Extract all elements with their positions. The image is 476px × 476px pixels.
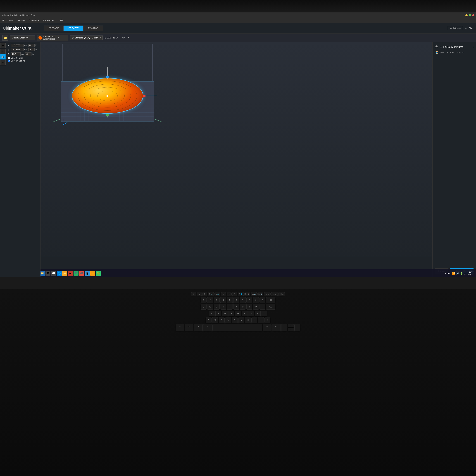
key-y[interactable]: Y	[233, 304, 239, 310]
fn-key-12[interactable]: f12 🔊	[257, 292, 263, 296]
key-comma[interactable]: ,	[251, 317, 257, 323]
key-p[interactable]: P	[259, 304, 265, 310]
key-slash[interactable]: /	[264, 317, 270, 323]
key-v[interactable]: V	[225, 317, 231, 323]
fn-key-5[interactable]: f5 📺	[215, 292, 221, 296]
tab-prepare[interactable]: PREPARE	[44, 26, 64, 31]
alt-key[interactable]: alt	[203, 324, 212, 331]
taskbar-icon-app4[interactable]: 🎮	[79, 271, 84, 276]
key-n[interactable]: N	[238, 317, 244, 323]
viewport[interactable]: ⏱ 18 hours 37 minutes ℹ 🧵 154g · 51.47m …	[40, 42, 476, 277]
menu-preferences[interactable]: Preferences	[42, 19, 55, 22]
wifi-icon[interactable]: 📶	[452, 272, 455, 275]
key-5[interactable]: 5	[227, 297, 233, 303]
x-percent-input[interactable]	[28, 44, 34, 47]
key-g[interactable]: G	[235, 311, 241, 316]
menu-help[interactable]: Help	[58, 19, 64, 22]
fn-key-6[interactable]: f6	[221, 292, 226, 296]
scale-handle-center[interactable]	[106, 95, 108, 97]
printer-selector[interactable]: Creality Ender-3 ▾	[10, 35, 35, 40]
close-button[interactable]	[472, 14, 475, 16]
key-z[interactable]: Z	[206, 317, 212, 323]
key-h[interactable]: H	[242, 311, 248, 316]
key-backspace-right[interactable]: ⌫	[266, 304, 275, 310]
scale-handle-bottom[interactable]	[106, 114, 109, 116]
key-6[interactable]: 6	[233, 297, 239, 303]
sign-in-button[interactable]: Sign	[469, 27, 473, 29]
fn-key-9[interactable]: f9 🌐	[238, 292, 244, 296]
taskbar-icon-explorer[interactable]: 📁	[40, 271, 45, 276]
prt-sc-key[interactable]: prt sc	[264, 292, 271, 296]
key-w[interactable]: W	[207, 304, 213, 310]
arrow-right-key[interactable]: →	[294, 324, 300, 331]
key-backspace[interactable]: ⌫	[266, 297, 275, 303]
maximize-button[interactable]	[469, 14, 471, 16]
fn-key-10[interactable]: f10 🔇	[244, 292, 250, 296]
key-f[interactable]: F	[228, 311, 234, 316]
fn-key-3[interactable]: f3	[202, 292, 207, 296]
arrow-up-key[interactable]: ↑	[288, 324, 294, 327]
z-percent-input[interactable]	[25, 52, 32, 56]
arrow-down-key[interactable]: ↓	[288, 328, 294, 331]
move-tool-button[interactable]: ✥	[0, 43, 6, 48]
key-x[interactable]: X	[212, 317, 218, 323]
key-d[interactable]: D	[222, 311, 228, 316]
taskbar-icon-app1[interactable]: 🖥	[46, 271, 51, 276]
taskbar-icon-app3[interactable]: 🎵	[73, 271, 79, 276]
key-1[interactable]: 1	[201, 297, 206, 303]
z-value-input[interactable]	[11, 52, 20, 56]
mirror-tool-button[interactable]: ⇔	[0, 60, 6, 65]
shield-object[interactable]	[72, 78, 143, 114]
taskbar-icon-app7[interactable]: 🟢	[96, 271, 101, 276]
menu-settings[interactable]: Settings	[17, 19, 26, 22]
taskbar-icon-app2[interactable]: ▶	[68, 271, 73, 276]
volume-icon[interactable]: 🔊	[456, 272, 459, 275]
scale-handle-right[interactable]	[143, 95, 145, 97]
key-s[interactable]: S	[215, 311, 221, 316]
info-icon[interactable]: ℹ	[473, 46, 474, 49]
tray-arrow-icon[interactable]: ∧	[444, 272, 446, 275]
fn-key-4[interactable]: f4 📷	[208, 292, 214, 296]
key-e[interactable]: E	[214, 304, 220, 310]
key-9[interactable]: 9	[253, 297, 259, 303]
taskbar-icon-edge[interactable]: 🌐	[57, 271, 62, 276]
y-percent-input[interactable]	[28, 48, 34, 51]
key-o[interactable]: O	[253, 304, 259, 310]
key-7[interactable]: 7	[240, 297, 246, 303]
key-4[interactable]: 4	[220, 297, 226, 303]
space-key[interactable]	[212, 324, 262, 331]
scale-tool-button[interactable]: ⤢	[0, 49, 6, 54]
taskbar-icon-files[interactable]: 📂	[62, 271, 67, 276]
key-t[interactable]: T	[227, 304, 233, 310]
fn-key-11[interactable]: f11 🔉	[251, 292, 257, 296]
insert-key[interactable]: insert	[271, 292, 278, 296]
fn-key-1[interactable]: f1	[191, 292, 196, 296]
key-b[interactable]: B	[232, 317, 238, 323]
key-8[interactable]: 8	[246, 297, 252, 303]
taskbar-icon-app6[interactable]: ⚡	[90, 271, 95, 276]
key-k[interactable]: K	[255, 311, 261, 316]
fn-key[interactable]: fn	[185, 324, 193, 331]
ctrl-right-key[interactable]: ctrl	[272, 324, 281, 331]
key-i[interactable]: I	[246, 304, 252, 310]
open-folder-button[interactable]: 📁	[2, 35, 8, 41]
win-key[interactable]: ⊞	[194, 324, 203, 331]
taskbar-icon-app5[interactable]: 📱	[85, 271, 90, 276]
delete-key[interactable]: delete	[278, 292, 285, 296]
y-value-input[interactable]	[11, 48, 24, 51]
menu-extensions[interactable]: Extensions	[28, 19, 40, 22]
fn-key-8[interactable]: f8	[232, 292, 237, 296]
key-l[interactable]: L	[261, 311, 267, 316]
key-a[interactable]: A	[209, 311, 215, 316]
key-2[interactable]: 2	[207, 297, 213, 303]
key-j[interactable]: J	[248, 311, 254, 316]
key-c[interactable]: C	[219, 317, 225, 323]
menu-edit[interactable]: dit	[1, 19, 5, 22]
ctrl-key[interactable]: ctrl	[176, 324, 184, 331]
key-0[interactable]: 0	[259, 297, 265, 303]
fn-key-7[interactable]: f7	[227, 292, 232, 296]
reset-button[interactable]: ↺	[0, 54, 4, 60]
tab-monitor[interactable]: MONITOR	[83, 26, 103, 31]
x-value-input[interactable]	[11, 44, 24, 47]
quality-selector[interactable]: ⚙ Standard Quality - 0.2mm ▾	[70, 35, 103, 40]
